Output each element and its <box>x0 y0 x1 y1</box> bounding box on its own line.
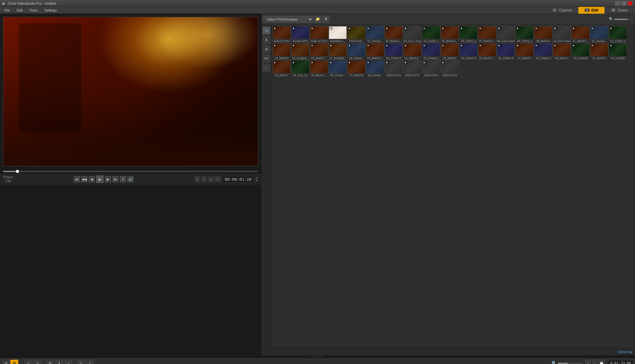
menu-settings[interactable]: Settings <box>41 8 60 13</box>
media-item-34[interactable]: ▶ 28_Chase-5 <box>534 43 552 60</box>
prev-frame-button[interactable]: ◀◀ <box>81 176 87 182</box>
media-item-29[interactable]: ▶ 23_Band-1 <box>441 43 459 60</box>
library-dropdown[interactable]: Video-ProTechnique All Media Photos Musi… <box>263 16 313 23</box>
lib-zoom-slider[interactable] <box>614 19 633 20</box>
mark-out-button[interactable]: ] <box>201 176 207 182</box>
media-item-30[interactable]: ▶ 24_Chase-3 <box>459 43 477 60</box>
media-item-7[interactable]: ▶ 02_Band-1... <box>385 26 403 43</box>
clip-trim-button[interactable]: ✂ <box>208 176 214 182</box>
next-scene-button[interactable]: ⏭ <box>112 176 119 182</box>
beat-button[interactable]: ♬ <box>64 360 72 364</box>
media-item-43[interactable]: ▶ 37_Band-E <box>347 60 365 77</box>
trim-button[interactable]: ✂ <box>77 360 85 364</box>
media-item-12[interactable]: ▶ 07_Band-3... <box>478 26 496 43</box>
library-download-button[interactable]: ⬇ <box>322 16 329 23</box>
media-item-5[interactable]: ▶ TTR-Final... <box>347 26 365 43</box>
media-item-37[interactable]: ▶ 31_Band-1 <box>590 43 608 60</box>
lib-fx-button[interactable]: FX <box>262 54 270 63</box>
media-item-42[interactable]: ▶ 36_House... <box>329 60 347 77</box>
media-item-32[interactable]: ▶ 26_Chase-4 <box>497 43 515 60</box>
media-item-31[interactable]: ▶ 25_Band-1... <box>478 43 496 60</box>
mark-in-button[interactable]: [ <box>195 176 200 182</box>
play-button[interactable]: ▶ <box>96 175 104 183</box>
media-item-28[interactable]: ▶ 22_Chase-2 <box>422 43 440 60</box>
undo-button[interactable]: ↩ <box>24 360 32 364</box>
timecode-up[interactable]: ▲ <box>256 176 258 179</box>
media-item-9[interactable]: ▶ 04_Crime_s <box>422 26 440 43</box>
timeline-view-button[interactable]: ▤ <box>10 360 18 364</box>
media-item-22[interactable]: ▶ 16_Band-7... <box>310 43 328 60</box>
tab-share[interactable]: 3 Share <box>604 7 634 14</box>
media-item-35[interactable]: ▶ 29_Band-1 <box>553 43 571 60</box>
media-item-47[interactable]: ▶ 00002.MTS <box>422 60 440 77</box>
library-folder-button[interactable]: 📁 <box>314 16 321 23</box>
zoom-slider[interactable] <box>558 363 583 364</box>
media-item-20[interactable]: ▶ 14_Band-S <box>273 43 291 60</box>
zoom-out-icon[interactable]: 🔍 <box>609 17 613 21</box>
media-item-10[interactable]: ▶ 05_Band-2... <box>441 26 459 43</box>
media-item-15[interactable]: ▶ 09_Band-4 <box>534 26 552 43</box>
media-item-46[interactable]: ▶ 00002.MTS <box>403 60 421 77</box>
restore-button[interactable]: ❐ <box>621 1 626 6</box>
media-item-11[interactable]: ▶ 06_Crime_s <box>459 26 477 43</box>
menu-tools[interactable]: Tools <box>26 8 41 13</box>
close-button[interactable]: ✕ <box>628 1 633 6</box>
media-item-17[interactable]: ▶ 11_Band-5... <box>572 26 590 43</box>
media-item-23[interactable]: ▶ 17_DrugDe... <box>329 43 347 60</box>
media-item-6[interactable]: ▶ 01_House... <box>366 26 384 43</box>
media-item-27[interactable]: ▶ 21_Band-9... <box>403 43 421 60</box>
media-item-25[interactable]: ▶ 19_Band-8... <box>366 43 384 60</box>
media-item-38[interactable]: ▶ 32_CopInB <box>609 43 627 60</box>
settings-button[interactable]: ⚙ <box>46 360 54 364</box>
media-item-16[interactable]: ▶ 10_Car-3.mov <box>553 26 571 43</box>
media-item-3[interactable]: ▶ Andy 02.MTS <box>310 26 328 43</box>
clock-button[interactable]: 🕐 <box>599 360 604 364</box>
media-item-26[interactable]: ▶ 20_Chase-1 <box>385 43 403 60</box>
media-item-14[interactable]: ▶ 08_Crime_s <box>515 26 534 43</box>
minimize-button[interactable]: — <box>615 1 620 6</box>
lib-audio-button[interactable]: ♪ <box>262 64 270 72</box>
audio-button[interactable]: 🔊 <box>127 176 134 182</box>
media-item-8[interactable]: ▶ 03_Car-1.mov <box>403 26 421 43</box>
media-item-1[interactable]: ▶ Andy 01.MTS <box>273 26 291 43</box>
media-item-41[interactable]: ▶ 35_Band-1... <box>310 60 328 77</box>
media-item-36[interactable]: ▶ 30_CopInB <box>572 43 590 60</box>
fwd-frame-button[interactable]: ▶ <box>105 176 111 182</box>
options-link[interactable]: Options <box>618 350 630 354</box>
media-item-13[interactable]: ▶ 08_Car-2.mov <box>497 26 515 43</box>
media-item-40[interactable]: ▶ 34_Cop_Gu <box>291 60 309 77</box>
redo-button[interactable]: ↪ <box>33 360 41 364</box>
media-item-2[interactable]: ▶ Screen.MTS <box>291 26 309 43</box>
media-item-18[interactable]: ▶ 12_House... <box>590 26 608 43</box>
timecode-down[interactable]: ▼ <box>256 179 258 182</box>
lib-transition-button[interactable]: ⚙ <box>262 45 270 53</box>
media-item-48[interactable]: ▶ 00002.MTS <box>441 60 459 77</box>
enlarge-button[interactable]: ⛶ <box>215 176 221 182</box>
storyboard-view-button[interactable]: ⊞ <box>2 360 10 364</box>
lib-text-button[interactable]: A <box>262 36 270 44</box>
media-item-33[interactable]: ▶ 27_Band-1 <box>515 43 534 60</box>
zoom-clip-button[interactable]: ⤢ <box>86 360 94 364</box>
scroll-button[interactable]: ↔ <box>592 360 598 364</box>
media-item-44[interactable]: ▶ 38_House... <box>366 60 384 77</box>
scrubber-bar[interactable] <box>3 169 258 174</box>
tab-capture[interactable]: 1 Capture <box>546 7 578 14</box>
media-item-39[interactable]: ▶ 33_Band-1 <box>273 60 291 77</box>
prev-scene-button[interactable]: ⏮ <box>74 176 80 182</box>
lib-media-button[interactable]: 📹 <box>262 26 270 35</box>
media-tag: ▶ <box>386 27 388 30</box>
media-item-4[interactable]: ▶ hotcakes-c... <box>329 26 347 43</box>
media-item-19[interactable]: ▶ 13_Crime_s <box>609 26 627 43</box>
repeat-button[interactable]: ↺ <box>120 176 126 182</box>
media-thumb: ▶ <box>403 43 421 56</box>
zoom-out-icon[interactable]: 🔍 <box>552 361 557 364</box>
back-frame-button[interactable]: ◀ <box>89 176 95 182</box>
menu-file[interactable]: File <box>1 8 13 13</box>
menu-edit[interactable]: Edit <box>14 8 26 13</box>
media-item-24[interactable]: ▶ 18_House... <box>347 43 365 60</box>
tab-edit[interactable]: 2 Edit <box>578 7 604 14</box>
zoom-fit-button[interactable]: ⤡ <box>585 360 591 364</box>
media-item-45[interactable]: ▶ 00002.MTS <box>385 60 403 77</box>
media-item-21[interactable]: ▶ 15_DrugDe... <box>291 43 309 60</box>
smart-button[interactable]: ✦ <box>55 360 63 364</box>
